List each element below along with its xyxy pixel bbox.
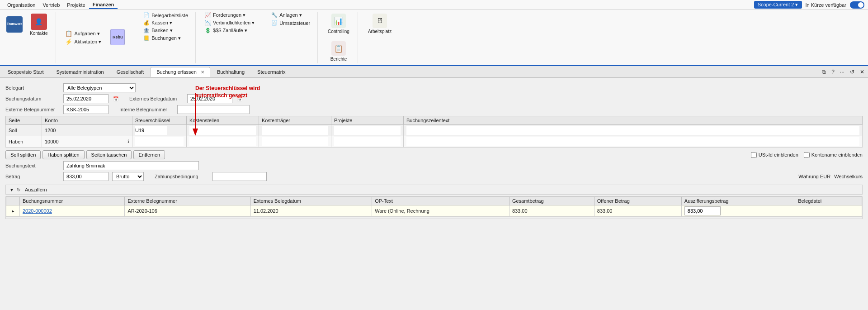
buchungstext-input[interactable] xyxy=(63,161,199,170)
ust-id-checkbox-label[interactable]: USt-Id einblenden xyxy=(751,152,798,158)
tab-menu-icon[interactable]: ··· xyxy=(838,68,846,76)
arbeitsplatz-icon: 🖥 xyxy=(373,14,387,28)
belegart-row: Belegart Alle Belegtypen xyxy=(5,83,863,92)
ribbon-berichte[interactable]: 📋 Berichte xyxy=(328,39,350,63)
tab-buchung-erfassen[interactable]: Buchung erfassen ✕ xyxy=(151,67,210,77)
soll-splitten-btn[interactable]: Soll splitten xyxy=(5,150,41,159)
ausziffern-content: Buchungsnummer Externe Belegnummer Exter… xyxy=(5,196,863,219)
avail-toggle[interactable] xyxy=(850,1,864,9)
soll-buchungszeilentext[interactable] xyxy=(404,125,863,136)
col-kostentraeger: Kostenträger xyxy=(259,116,331,125)
zahllaeufe-btn[interactable]: 💲 $$$ Zahlläufe ▾ xyxy=(203,27,249,34)
belegart-select[interactable]: Alle Belegtypen xyxy=(63,83,136,92)
menu-vertrieb[interactable]: Vertrieb xyxy=(39,1,63,9)
externe-belegnummer-input[interactable] xyxy=(63,105,108,114)
ausziffern-collapse-icon[interactable]: ▼ xyxy=(9,187,14,192)
ausziffern-buchungsnummer[interactable]: 2020-000002 xyxy=(20,205,125,217)
col-kostenstellen: Kostenstellen xyxy=(187,116,259,125)
col-konto: Konto xyxy=(42,116,132,125)
betrag-mode-select[interactable]: Brutto Netto xyxy=(112,172,144,181)
kassen-btn[interactable]: 💰 Kassen ▾ xyxy=(142,19,174,26)
haben-steuerschluessel[interactable] xyxy=(132,136,187,148)
haben-kostenstellen[interactable] xyxy=(187,136,259,148)
tab-buchhaltung[interactable]: Buchhaltung xyxy=(211,67,250,76)
col-op-text: OP-Text xyxy=(372,197,509,205)
ribbon-kontakte[interactable]: 👤 Kontakte xyxy=(27,12,50,38)
soll-konto[interactable]: 1200 xyxy=(42,125,132,136)
checkboxes-right: USt-Id einblenden Kontoname einblenden xyxy=(751,152,863,158)
buchungszeilentext-soll-input[interactable] xyxy=(406,126,859,135)
haben-kostentraeger[interactable] xyxy=(259,136,331,148)
buchungszeilentext-haben-input[interactable] xyxy=(406,137,859,146)
steuerschluessel-input[interactable] xyxy=(135,126,167,135)
steuerschluessel-haben-input[interactable] xyxy=(135,137,184,146)
controlling-icon: 📊 xyxy=(331,14,346,28)
kontoname-checkbox-label[interactable]: Kontoname einblenden xyxy=(804,152,863,158)
umsatzsteuer-btn[interactable]: 🧾 Umsatzsteuer xyxy=(269,19,312,26)
betrag-left: Betrag Brutto Netto Zahlungsbedingung xyxy=(5,172,267,181)
haben-splitten-btn[interactable]: Haben splitten xyxy=(42,150,84,159)
col-gesamtbetrag: Gesamtbetrag xyxy=(509,197,594,205)
buchung-table: Seite Konto Steuerschlüssel Kostenstelle… xyxy=(5,116,863,148)
ribbon-rebu[interactable]: Rebu xyxy=(107,27,128,48)
interne-belegnummer-input[interactable] xyxy=(177,105,250,114)
zahlungsbedingung-input[interactable] xyxy=(212,172,267,181)
buchungsdatum-cal-icon[interactable]: 📅 xyxy=(113,96,118,101)
aufgaben-btn[interactable]: 📋 Aufgaben ▾ xyxy=(63,30,103,38)
tab-close-all-icon[interactable]: ✕ xyxy=(858,68,866,76)
tab-help-icon[interactable]: ? xyxy=(830,68,836,76)
verbindlichkeiten-btn[interactable]: 📉 Verbindlichkeiten ▾ xyxy=(203,19,256,26)
soll-kostenstellen[interactable] xyxy=(187,125,259,136)
ausziffern-section-header[interactable]: ▼ ↻ Ausziffern xyxy=(5,185,863,195)
table-row-haben: Haben 10000 ℹ xyxy=(6,136,863,148)
haben-expand-icon[interactable]: ℹ xyxy=(127,139,129,144)
tab-systemadministration[interactable]: Systemadministration xyxy=(50,67,109,76)
soll-steuerschluessel[interactable] xyxy=(132,125,187,136)
externe-belegnummer-row: Externe Belegnummer Interne Belegnummer xyxy=(5,105,863,114)
haben-projekte[interactable] xyxy=(331,136,404,148)
tab-scopevisio-start[interactable]: Scopevisio Start xyxy=(2,67,49,76)
tab-refresh-icon[interactable]: ↺ xyxy=(848,68,856,76)
banken-btn[interactable]: 🏦 Banken ▾ xyxy=(142,27,174,34)
ribbon-teamwork[interactable]: Teamwork xyxy=(4,14,25,35)
tab-copy-icon[interactable]: ⧉ xyxy=(820,68,828,76)
kontakte-label: Kontakte xyxy=(30,31,47,36)
betrag-input[interactable] xyxy=(63,172,108,181)
tab-gesellschaft[interactable]: Gesellschaft xyxy=(111,67,150,76)
projekte-haben-input[interactable] xyxy=(334,137,401,146)
haben-buchungszeilentext[interactable] xyxy=(404,136,863,148)
kostenstellen-haben-input[interactable] xyxy=(189,137,256,146)
kostentraeger-soll-input[interactable] xyxy=(262,126,328,135)
soll-kostentraeger[interactable] xyxy=(259,125,331,136)
buchungen-btn[interactable]: 📒 Buchungen ▾ xyxy=(142,35,183,42)
tab-close-buchung[interactable]: ✕ xyxy=(201,70,204,75)
col-seite: Seite xyxy=(6,116,42,125)
buchungsdatum-input[interactable] xyxy=(63,94,108,103)
kostenstellen-soll-input[interactable] xyxy=(189,126,256,135)
menu-finanzen[interactable]: Finanzen xyxy=(89,1,118,9)
menu-organisation[interactable]: Organisation xyxy=(4,1,39,9)
seiten-tauschen-btn[interactable]: Seiten tauschen xyxy=(86,150,132,159)
aktivitaeten-btn[interactable]: ⚡ Aktivitäten ▾ xyxy=(63,38,103,46)
soll-projekte[interactable] xyxy=(331,125,404,136)
ribbon-group-controlling: 📊 Controlling 📋 Berichte xyxy=(325,12,358,63)
forderungen-btn[interactable]: 📈 Forderungen ▾ xyxy=(203,12,247,19)
tab-steuermatrix[interactable]: Steuermatrix xyxy=(251,67,291,76)
menu-projekte[interactable]: Projekte xyxy=(63,1,89,9)
auszifferungsbetrag-input[interactable] xyxy=(684,206,721,215)
kostentraeger-haben-input[interactable] xyxy=(262,137,328,146)
entfernen-table-btn[interactable]: Entfernen xyxy=(133,150,165,159)
col-ext-belegdat: Externes Belegdatum xyxy=(250,197,372,205)
ribbon-controlling[interactable]: 📊 Controlling xyxy=(325,12,352,36)
haben-konto[interactable]: 10000 ℹ xyxy=(42,136,132,148)
ausziffern-refresh-icon[interactable]: ↻ xyxy=(17,187,20,192)
anlagen-btn[interactable]: 🔧 Anlagen ▾ xyxy=(269,12,303,19)
ribbon-arbeitsplatz[interactable]: 🖥 Arbeitsplatz xyxy=(365,12,394,36)
belegarbeitsliste-btn[interactable]: 📄 Belegarbeitsliste xyxy=(142,12,190,19)
ausziffern-auszifferungsbetrag[interactable] xyxy=(681,205,795,217)
projekte-soll-input[interactable] xyxy=(334,126,401,135)
ust-id-checkbox[interactable] xyxy=(751,152,757,158)
ausziffern-expand-cell[interactable]: ▸ xyxy=(6,205,20,217)
kontoname-checkbox[interactable] xyxy=(804,152,810,158)
scope-button[interactable]: Scope-Current 2 ▾ xyxy=(754,1,802,9)
